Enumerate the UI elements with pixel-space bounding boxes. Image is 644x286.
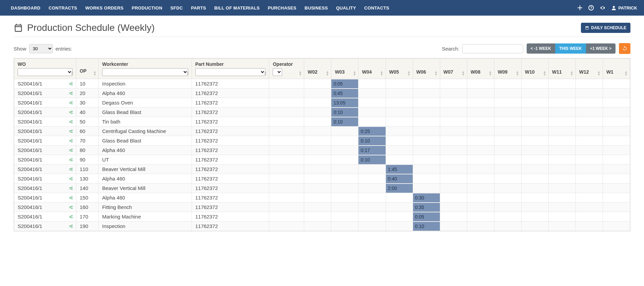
refresh-button[interactable] bbox=[619, 43, 630, 54]
time-chip[interactable]: 0:17 bbox=[358, 146, 385, 155]
entries-select[interactable]: 30 bbox=[29, 44, 53, 53]
workcenter-filter-select[interactable] bbox=[102, 68, 188, 76]
sort-icon[interactable]: ▲▼ bbox=[597, 71, 601, 76]
col-header-w07[interactable]: W07▲▼ bbox=[440, 59, 467, 79]
col-header-w04[interactable]: W04▲▼ bbox=[358, 59, 386, 79]
col-header-wo[interactable]: WO ▲▼ bbox=[14, 59, 76, 79]
col-header-w05[interactable]: W05▲▼ bbox=[386, 59, 413, 79]
cell-w07 bbox=[440, 89, 467, 98]
sort-icon[interactable]: ▲▼ bbox=[407, 71, 411, 76]
shuffle-icon[interactable] bbox=[69, 129, 73, 134]
nav-item-dashboard[interactable]: DASHBOARD bbox=[7, 1, 44, 15]
shuffle-icon[interactable] bbox=[69, 205, 73, 210]
user-menu[interactable]: PATRICK bbox=[611, 5, 637, 11]
this-week-button[interactable]: THIS WEEK bbox=[555, 43, 586, 54]
sort-icon[interactable]: ▲▼ bbox=[543, 71, 546, 76]
time-chip[interactable]: 0:10 bbox=[331, 108, 358, 117]
cell-w07 bbox=[440, 165, 467, 174]
shuffle-icon[interactable] bbox=[69, 119, 73, 124]
time-chip[interactable]: 0:40 bbox=[386, 174, 413, 183]
col-header-workcenter[interactable]: Workcenter ▲▼ bbox=[99, 59, 192, 79]
shuffle-icon[interactable] bbox=[69, 81, 73, 86]
search-input[interactable] bbox=[462, 44, 523, 53]
sort-icon[interactable]: ▲▼ bbox=[186, 71, 190, 76]
cell-w12 bbox=[575, 89, 603, 98]
time-chip[interactable]: 0:10 bbox=[331, 117, 358, 126]
nav-item-works-orders[interactable]: WORKS ORDERS bbox=[81, 1, 128, 15]
col-header-w08[interactable]: W08▲▼ bbox=[467, 59, 494, 79]
time-chip[interactable]: 0:35 bbox=[413, 203, 440, 212]
partnumber-filter-select[interactable] bbox=[195, 68, 266, 76]
col-header-partnumber[interactable]: Part Number ▲▼ bbox=[192, 59, 269, 79]
time-chip[interactable]: 0:45 bbox=[331, 89, 358, 98]
shuffle-icon[interactable] bbox=[69, 214, 73, 219]
shuffle-icon[interactable] bbox=[69, 100, 73, 105]
time-chip[interactable]: 0:25 bbox=[358, 127, 385, 136]
nav-item-purchases[interactable]: PURCHASES bbox=[264, 1, 300, 15]
col-header-operator[interactable]: Operator ▲▼ bbox=[269, 59, 304, 79]
help-icon[interactable]: ? bbox=[588, 5, 594, 11]
cell-w08 bbox=[467, 98, 494, 108]
shuffle-icon[interactable] bbox=[69, 157, 73, 162]
prev-week-button[interactable]: < -1 WEEK bbox=[527, 43, 555, 54]
shuffle-icon[interactable] bbox=[69, 176, 73, 181]
sort-icon[interactable]: ▲▼ bbox=[624, 71, 628, 76]
nav-item-production[interactable]: PRODUCTION bbox=[128, 1, 166, 15]
shuffle-icon[interactable] bbox=[69, 186, 73, 191]
time-chip[interactable]: 2:00 bbox=[386, 184, 413, 193]
sort-icon[interactable]: ▲▼ bbox=[380, 71, 384, 76]
nav-item-business[interactable]: BUSINESS bbox=[300, 1, 332, 15]
time-chip[interactable]: 0:05 bbox=[331, 79, 358, 88]
shuffle-icon[interactable] bbox=[69, 138, 73, 143]
sort-icon[interactable]: ▲▼ bbox=[298, 71, 302, 76]
nav-item-contacts[interactable]: CONTACTS bbox=[360, 1, 393, 15]
sort-icon[interactable]: ▲▼ bbox=[264, 71, 267, 76]
sort-icon[interactable]: ▲▼ bbox=[570, 71, 573, 76]
time-chip[interactable]: 0:30 bbox=[413, 193, 440, 202]
time-chip[interactable]: 0:10 bbox=[358, 155, 385, 164]
time-chip[interactable]: 0:10 bbox=[358, 136, 385, 145]
time-chip[interactable]: 1:45 bbox=[386, 165, 413, 174]
sort-icon[interactable]: ▲▼ bbox=[462, 71, 465, 76]
time-chip[interactable]: 13:05 bbox=[331, 98, 358, 107]
wo-filter-select[interactable] bbox=[18, 68, 73, 76]
shuffle-icon[interactable] bbox=[69, 224, 73, 229]
sort-icon[interactable]: ▲▼ bbox=[71, 71, 74, 76]
col-header-w11[interactable]: W11▲▼ bbox=[548, 59, 575, 79]
daily-schedule-button[interactable]: DAILY SCHEDULE bbox=[581, 23, 630, 33]
col-header-w06[interactable]: W06▲▼ bbox=[413, 59, 440, 79]
sort-icon[interactable]: ▲▼ bbox=[516, 71, 519, 76]
plus-icon[interactable] bbox=[578, 5, 582, 10]
cell-w09 bbox=[494, 165, 521, 174]
shuffle-icon[interactable] bbox=[69, 167, 73, 172]
nav-item-parts[interactable]: PARTS bbox=[187, 1, 210, 15]
col-header-w02[interactable]: W02▲▼ bbox=[304, 59, 331, 79]
col-header-op[interactable]: OP ▲▼ bbox=[76, 59, 98, 79]
cell-w1 bbox=[603, 136, 630, 146]
time-chip[interactable]: 0:05 bbox=[413, 212, 440, 221]
nav-item-sfdc[interactable]: SFDC bbox=[167, 1, 187, 15]
sort-icon[interactable]: ▲▼ bbox=[353, 71, 356, 76]
col-header-w03[interactable]: W03▲▼ bbox=[331, 59, 358, 79]
nav-item-quality[interactable]: QUALITY bbox=[332, 1, 360, 15]
gear-icon[interactable] bbox=[600, 5, 605, 11]
col-header-w10[interactable]: W10▲▼ bbox=[521, 59, 548, 79]
shuffle-icon[interactable] bbox=[69, 91, 73, 96]
user-name: PATRICK bbox=[618, 5, 637, 11]
cell-workcenter: Glass Bead Blast bbox=[99, 136, 192, 146]
col-header-w1[interactable]: W1▲▼ bbox=[603, 59, 630, 79]
shuffle-icon[interactable] bbox=[69, 195, 73, 200]
time-chip[interactable]: 0:10 bbox=[413, 222, 440, 231]
sort-icon[interactable]: ▲▼ bbox=[93, 71, 96, 76]
sort-icon[interactable]: ▲▼ bbox=[326, 71, 329, 76]
sort-icon[interactable]: ▲▼ bbox=[489, 71, 492, 76]
shuffle-icon[interactable] bbox=[69, 110, 73, 115]
sort-icon[interactable]: ▲▼ bbox=[434, 71, 438, 76]
shuffle-icon[interactable] bbox=[69, 148, 73, 153]
operator-filter-select[interactable] bbox=[273, 68, 282, 76]
col-header-w12[interactable]: W12▲▼ bbox=[575, 59, 603, 79]
col-header-w09[interactable]: W09▲▼ bbox=[494, 59, 521, 79]
nav-item-bill-of-materials[interactable]: BILL OF MATERIALS bbox=[210, 1, 264, 15]
nav-item-contracts[interactable]: CONTRACTS bbox=[44, 1, 81, 15]
next-week-button[interactable]: +1 WEEK > bbox=[586, 43, 616, 54]
